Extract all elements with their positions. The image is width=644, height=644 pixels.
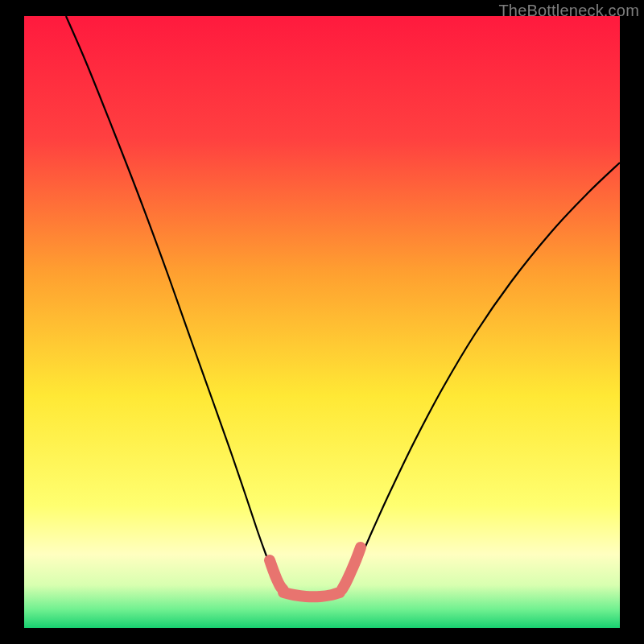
watermark-label: TheBottleneck.com — [498, 2, 639, 20]
gradient-background — [24, 16, 620, 628]
chart-frame: TheBottleneck.com — [0, 0, 644, 644]
plot-area — [24, 16, 620, 628]
chart-svg — [24, 16, 620, 628]
series-highlight-valley-floor — [283, 592, 340, 597]
